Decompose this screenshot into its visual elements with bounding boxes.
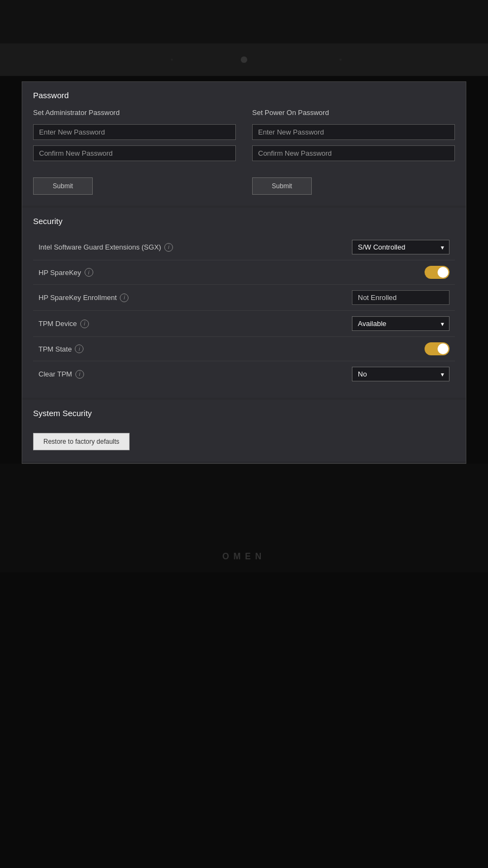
sparekey-enrollment-info-icon[interactable]: i bbox=[120, 293, 129, 302]
sparekey-control bbox=[341, 266, 450, 279]
admin-confirm-password-input[interactable] bbox=[33, 145, 236, 161]
sgx-info-icon[interactable]: i bbox=[164, 243, 173, 252]
tpm-state-control bbox=[341, 342, 450, 355]
tpm-device-info-icon[interactable]: i bbox=[80, 320, 89, 328]
sgx-row: Intel Software Guard Extensions (SGX) i … bbox=[33, 234, 455, 260]
sparekey-label: HP SpareKey i bbox=[38, 268, 93, 277]
password-section-title: Password bbox=[33, 91, 455, 100]
poweron-column-label: Set Power On Password bbox=[252, 108, 455, 117]
tpm-state-row: TPM State i bbox=[33, 337, 455, 361]
sparekey-row: HP SpareKey i bbox=[33, 260, 455, 285]
restore-factory-defaults-button[interactable]: Restore to factory defaults bbox=[33, 433, 130, 450]
camera-light-left bbox=[171, 59, 173, 61]
clear-tpm-row: Clear TPM i No Yes bbox=[33, 361, 455, 387]
system-security-section: System Security Restore to factory defau… bbox=[22, 400, 466, 461]
sparekey-knob bbox=[438, 267, 448, 278]
sparekey-enrollment-row: HP SpareKey Enrollment i Not Enrolled bbox=[33, 285, 455, 311]
sgx-control: S/W Controlled Enabled Disabled bbox=[341, 240, 450, 254]
tpm-device-dropdown-wrapper: Available Hidden bbox=[352, 316, 450, 331]
tpm-device-row: TPM Device i Available Hidden bbox=[33, 311, 455, 337]
sparekey-enrollment-label: HP SpareKey Enrollment i bbox=[38, 293, 129, 302]
tpm-device-label: TPM Device i bbox=[38, 320, 89, 328]
tpm-state-knob bbox=[438, 343, 448, 354]
security-section-title: Security bbox=[33, 216, 455, 226]
poweron-confirm-password-input[interactable] bbox=[252, 145, 455, 161]
clear-tpm-dropdown[interactable]: No Yes bbox=[352, 367, 450, 381]
system-security-title: System Security bbox=[33, 409, 455, 418]
tpm-state-info-icon[interactable]: i bbox=[75, 344, 84, 353]
sparekey-enrollment-value: Not Enrolled bbox=[352, 290, 450, 305]
clear-tpm-label: Clear TPM i bbox=[38, 370, 84, 379]
tpm-state-label: TPM State i bbox=[38, 344, 84, 353]
security-section: Security Intel Software Guard Extensions… bbox=[22, 208, 466, 398]
camera-bar bbox=[0, 43, 488, 76]
tpm-state-toggle[interactable] bbox=[425, 342, 450, 355]
admin-submit-button[interactable]: Submit bbox=[33, 177, 93, 195]
password-section: Password Set Administrator Password Subm… bbox=[22, 82, 466, 206]
clear-tpm-control: No Yes bbox=[341, 367, 450, 381]
sgx-dropdown[interactable]: S/W Controlled Enabled Disabled bbox=[352, 240, 450, 254]
camera-light-right bbox=[339, 59, 342, 61]
sgx-dropdown-wrapper: S/W Controlled Enabled Disabled bbox=[352, 240, 450, 254]
bios-screen: Password Set Administrator Password Subm… bbox=[22, 81, 466, 464]
admin-password-column: Set Administrator Password Submit bbox=[33, 108, 236, 195]
poweron-password-column: Set Power On Password Submit bbox=[252, 108, 455, 195]
camera-dot bbox=[241, 56, 247, 63]
tpm-device-control: Available Hidden bbox=[341, 316, 450, 331]
admin-column-label: Set Administrator Password bbox=[33, 108, 236, 117]
bottom-bezel: OMEN bbox=[0, 464, 488, 572]
sparekey-enrollment-control: Not Enrolled bbox=[341, 290, 450, 305]
top-bezel bbox=[0, 0, 488, 43]
sgx-label: Intel Software Guard Extensions (SGX) i bbox=[38, 243, 173, 252]
sparekey-toggle[interactable] bbox=[425, 266, 450, 279]
clear-tpm-info-icon[interactable]: i bbox=[75, 370, 84, 379]
tpm-state-slider bbox=[425, 342, 450, 355]
password-columns: Set Administrator Password Submit Set Po… bbox=[33, 108, 455, 195]
admin-new-password-input[interactable] bbox=[33, 124, 236, 140]
tpm-device-dropdown[interactable]: Available Hidden bbox=[352, 316, 450, 331]
clear-tpm-dropdown-wrapper: No Yes bbox=[352, 367, 450, 381]
sparekey-info-icon[interactable]: i bbox=[85, 268, 93, 277]
brand-logo: OMEN bbox=[222, 552, 266, 561]
poweron-submit-button[interactable]: Submit bbox=[252, 177, 312, 195]
sparekey-slider bbox=[425, 266, 450, 279]
poweron-new-password-input[interactable] bbox=[252, 124, 455, 140]
